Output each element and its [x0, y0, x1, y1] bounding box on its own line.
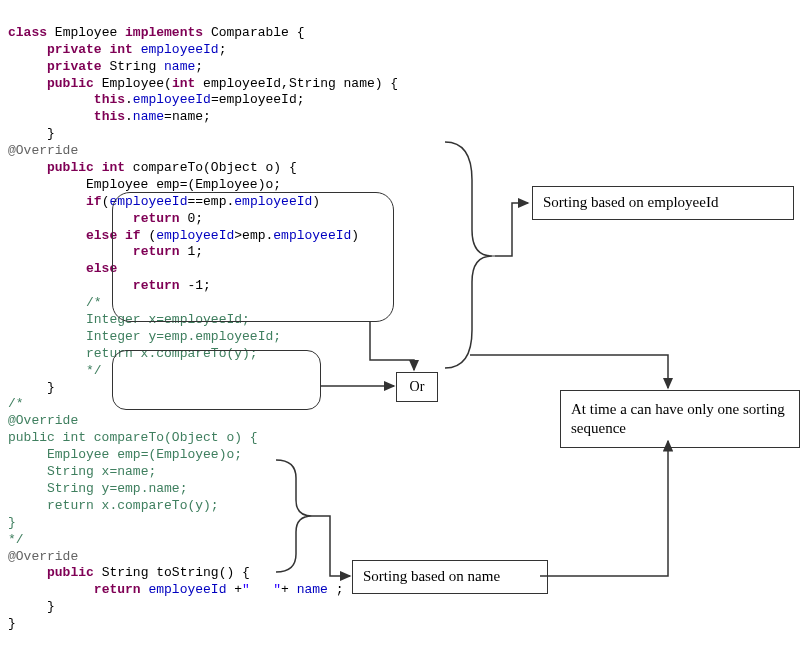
iface: Comparable	[211, 25, 289, 40]
comment: Employee emp=(Employee)o;	[47, 447, 242, 462]
stmt: Employee emp=(Employee)o;	[86, 177, 281, 192]
type-string: String	[109, 59, 156, 74]
comment: public int compareTo(Object o) {	[8, 430, 258, 445]
kw-this: this	[94, 92, 125, 107]
kw-if: if	[125, 228, 141, 243]
param-ref: employeeId	[219, 92, 297, 107]
field-employeeId: employeeId	[141, 42, 219, 57]
kw-int: int	[109, 42, 132, 57]
kw-public: public	[47, 160, 94, 175]
kw-class: class	[8, 25, 47, 40]
comment: @Override	[8, 413, 78, 428]
field-ref: employeeId	[109, 194, 187, 209]
param: employeeId	[203, 76, 281, 91]
comment-end: */	[86, 363, 102, 378]
sort-by-id-label: Sorting based on employeeId	[532, 186, 794, 220]
kw-int: int	[102, 160, 125, 175]
comment: return x.compareTo(y);	[47, 498, 219, 513]
comment: String y=emp.name;	[47, 481, 187, 496]
comment: }	[8, 515, 16, 530]
field-ref: name	[297, 582, 328, 597]
var: emp	[203, 194, 226, 209]
comment-end: */	[8, 532, 24, 547]
kw-if: if	[86, 194, 102, 209]
kw-int: int	[172, 76, 195, 91]
param: String name	[289, 76, 375, 91]
class-name: Employee	[55, 25, 117, 40]
method: String toString()	[102, 565, 235, 580]
lit: -1	[187, 278, 203, 293]
field-ref: employeeId	[148, 582, 226, 597]
method: compareTo(Object o)	[133, 160, 281, 175]
or-label-box: Or	[396, 372, 438, 402]
field-ref: employeeId	[156, 228, 234, 243]
comment-start: /*	[86, 295, 102, 310]
kw-private: private	[47, 42, 102, 57]
comment: Integer x=employeeId;	[86, 312, 250, 327]
annotation: @Override	[8, 549, 78, 564]
comment-start: /*	[8, 396, 24, 411]
ctor: Employee	[102, 76, 164, 91]
comment: String x=name;	[47, 464, 156, 479]
kw-return: return	[133, 244, 180, 259]
field-name: name	[164, 59, 195, 74]
field-ref: employeeId	[133, 92, 211, 107]
kw-this: this	[94, 109, 125, 124]
kw-return: return	[94, 582, 141, 597]
kw-public: public	[47, 565, 94, 580]
lit: 0	[187, 211, 195, 226]
annotation: @Override	[8, 143, 78, 158]
field-ref: employeeId	[273, 228, 351, 243]
kw-public: public	[47, 76, 94, 91]
kw-return: return	[133, 211, 180, 226]
string-lit: " "	[242, 582, 281, 597]
kw-else: else	[86, 228, 117, 243]
var: emp	[242, 228, 265, 243]
kw-return: return	[133, 278, 180, 293]
sort-by-name-label: Sorting based on name	[352, 560, 548, 594]
field-ref: employeeId	[234, 194, 312, 209]
kw-private: private	[47, 59, 102, 74]
param-ref: name	[172, 109, 203, 124]
kw-else: else	[86, 261, 117, 276]
kw-implements: implements	[125, 25, 203, 40]
comment: Integer y=emp.employeeId;	[86, 329, 281, 344]
comment: return x.compareTo(y);	[86, 346, 258, 361]
one-sequence-label: At time a can have only one sorting sequ…	[560, 390, 800, 448]
code-block: class Employee implements Comparable { p…	[8, 8, 799, 633]
lit: 1	[187, 244, 195, 259]
field-ref: name	[133, 109, 164, 124]
